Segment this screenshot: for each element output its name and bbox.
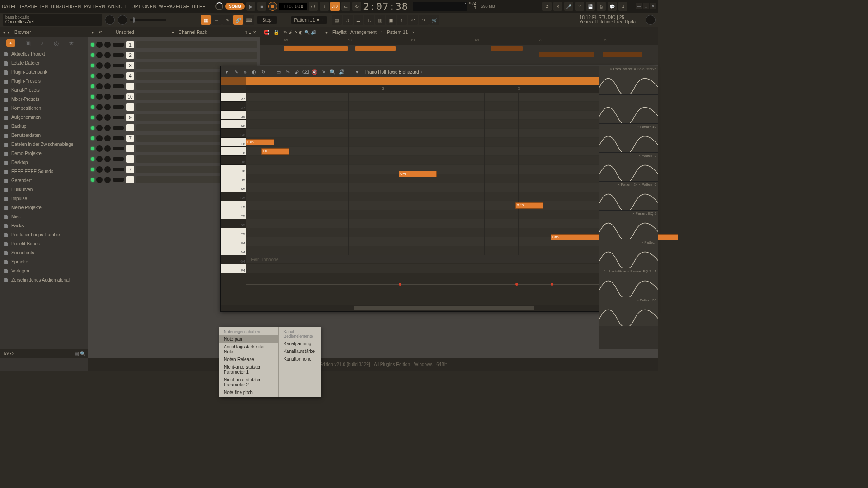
tree-item[interactable]: Desktop [0, 158, 88, 167]
pr-tool-draw-icon[interactable]: ✎ [232, 68, 240, 75]
pr-timeline[interactable]: 23 [246, 85, 654, 93]
midi-note[interactable]: F#6 [246, 139, 274, 145]
menu-pattern[interactable]: PATTERN [84, 4, 105, 9]
wait-icon[interactable]: ↓ [320, 2, 329, 11]
tree-item[interactable]: Kompositionen [0, 104, 88, 113]
automation-clip[interactable]: 1 - Lautstärke × Param. EQ 2 - 1 [599, 268, 658, 297]
render-icon[interactable]: ⎙ [597, 2, 606, 11]
piano-keys[interactable]: D7C7B6A6G6F6E6D6C6B5A5G5F5E5D5C5B4A4G4F4 [221, 93, 246, 255]
playlist-minimap[interactable]: 455361697785 [260, 37, 658, 65]
plugin-icon[interactable]: ▣ [386, 15, 396, 25]
tree-item[interactable]: Sprache [0, 258, 88, 267]
ctx-param2[interactable]: Nicht-unterstützter Parameter 2 [219, 376, 278, 389]
menu-hilfe[interactable]: HILFE [192, 4, 206, 9]
pr-menu-icon[interactable]: ▾ [223, 68, 231, 75]
pr-select-icon[interactable]: ▭ [275, 68, 282, 75]
pr-mute-icon[interactable]: 🔇 [311, 68, 318, 75]
snap-button[interactable]: ▦ [201, 15, 211, 25]
automation-clip[interactable]: × Pattern 10 [599, 124, 658, 153]
help-icon[interactable]: ? [575, 2, 584, 11]
pr-play-icon[interactable]: 🔊 [338, 68, 345, 75]
pr-cut-icon[interactable]: ✂ [284, 68, 291, 75]
time-display[interactable]: 2:07:38 [363, 1, 408, 12]
midi-note[interactable]: G#5 [515, 202, 543, 209]
tree-item[interactable]: Benutzerdaten [0, 131, 88, 140]
tree-item[interactable]: Letzte Dateien [0, 59, 88, 68]
stop-button[interactable]: ■ [257, 2, 266, 11]
pr-stamp-icon[interactable]: ⎈ [241, 68, 249, 75]
ctx-ch-pitch[interactable]: Kanaltonhöhe [279, 355, 321, 363]
ctx-release[interactable]: Noten-Release [219, 356, 278, 363]
playlist-icon[interactable]: ▤ [332, 15, 342, 25]
maximize-icon[interactable]: □ [643, 3, 649, 9]
tags-view-icon[interactable]: ▤ [75, 351, 79, 356]
pr-brush-icon[interactable]: 🖌 [293, 68, 300, 75]
snap-selector[interactable]: Step [257, 16, 277, 24]
countdown-icon[interactable]: 3.2 [330, 2, 340, 11]
tree-item[interactable]: Aufgenommen [0, 113, 88, 122]
pr-color-swatch[interactable] [221, 77, 654, 85]
menu-bearbeiten[interactable]: BEARBEITEN [18, 4, 48, 9]
pattern-selector[interactable]: Pattern 11▾+ [291, 16, 327, 24]
download-icon[interactable]: ⬇ [618, 2, 627, 11]
tree-item[interactable]: Plugin-Presets [0, 77, 88, 86]
loop-icon[interactable]: ↻ [352, 2, 361, 11]
cr-back-icon[interactable]: ↶ [99, 30, 102, 35]
tempo-display[interactable]: 130.000 [279, 3, 307, 10]
browser-sound-icon[interactable]: ♪ [41, 40, 44, 47]
tree-item[interactable]: Projekt-Bones [0, 239, 88, 249]
channel-track[interactable]: 2 [88, 50, 260, 60]
tree-item[interactable]: Packs [0, 221, 88, 230]
ctx-note-pan[interactable]: Note pan [219, 335, 278, 343]
minimize-icon[interactable]: — [636, 3, 642, 9]
tree-item[interactable]: Vorlagen [0, 267, 88, 276]
sort-label[interactable]: Unsorted [116, 30, 134, 35]
search-icon[interactable]: 🔍 [80, 351, 85, 356]
tree-item[interactable]: Gerendert [0, 176, 88, 185]
overdub-icon[interactable]: ⌙ [341, 2, 350, 11]
pianoroll-icon[interactable]: ♫ [343, 15, 353, 25]
note-grid[interactable]: F#6E6C#6G#5C#5 [246, 93, 654, 255]
tree-item[interactable]: Soundfonts [0, 249, 88, 258]
menu-ansicht[interactable]: ANSICHT [108, 4, 129, 9]
pl-magnet-icon[interactable]: 🧲 [264, 30, 269, 35]
automation-clip[interactable]: × Pattern 24 × Pattern 6 [599, 182, 658, 211]
ctx-velocity[interactable]: Anschlagsstärke der Note [219, 343, 278, 356]
play-button[interactable]: ▶ [246, 2, 255, 11]
tempo-tap-icon[interactable]: ♪ [397, 15, 407, 25]
pl-tools-icon[interactable]: ✎ 🖌 ✕ ◐ 🔍 🔊 [283, 30, 316, 35]
browser-icon[interactable]: ▥ [375, 15, 385, 25]
automation-clip[interactable]: × Pattern 30 [599, 297, 658, 326]
tree-item[interactable]: Producer Loops Rumble [0, 230, 88, 239]
browser-collapse-icon[interactable]: ▸ [8, 30, 10, 35]
automation-clip[interactable]: × Patte… [599, 239, 658, 268]
browser-globe-icon[interactable]: ◎ [54, 40, 59, 47]
tree-item[interactable]: Mixer-Presets [0, 95, 88, 104]
channelrack-icon[interactable]: ☰ [354, 15, 363, 25]
tree-item[interactable]: Backup [0, 122, 88, 131]
redo-icon[interactable]: ↷ [419, 15, 429, 25]
pr-slice-icon[interactable]: ✕ [320, 68, 327, 75]
song-mode-button[interactable]: SONG [225, 3, 245, 10]
channel-track[interactable]: 1 [88, 40, 260, 50]
cr-tools-icon[interactable]: ⎍ ☰ ✕ [245, 30, 256, 35]
ctx-ch-pan[interactable]: Kanalpanning [279, 340, 321, 347]
pr-h-scrollbar[interactable] [221, 305, 654, 311]
browser-add-button[interactable]: + [6, 39, 15, 47]
menu-datei[interactable]: DATEI [2, 4, 15, 9]
ctx-ch-vol[interactable]: Kanallautstärke [279, 347, 321, 355]
pl-lock-icon[interactable]: 🔓 [274, 30, 279, 35]
news-icon[interactable] [646, 15, 656, 25]
automation-clip[interactable]: × Pattern 5 [599, 153, 658, 182]
tree-item[interactable]: Misc [0, 212, 88, 221]
tree-item[interactable]: Demo-Projekte [0, 149, 88, 158]
save-icon[interactable]: 💾 [586, 2, 595, 11]
tree-item[interactable]: Dateien in der Zwischenablage [0, 140, 88, 149]
cr-menu-icon[interactable]: ▾ [172, 30, 174, 35]
midi-note[interactable]: C#6 [399, 171, 437, 177]
browser-star-icon[interactable]: ★ [69, 40, 74, 47]
pr-refresh-icon[interactable]: ↻ [259, 68, 267, 75]
arrow-icon[interactable]: → [212, 15, 222, 25]
pr-erase-icon[interactable]: ⌫ [302, 68, 309, 75]
menu-werkzeuge[interactable]: WERKZEUGE [159, 4, 189, 9]
